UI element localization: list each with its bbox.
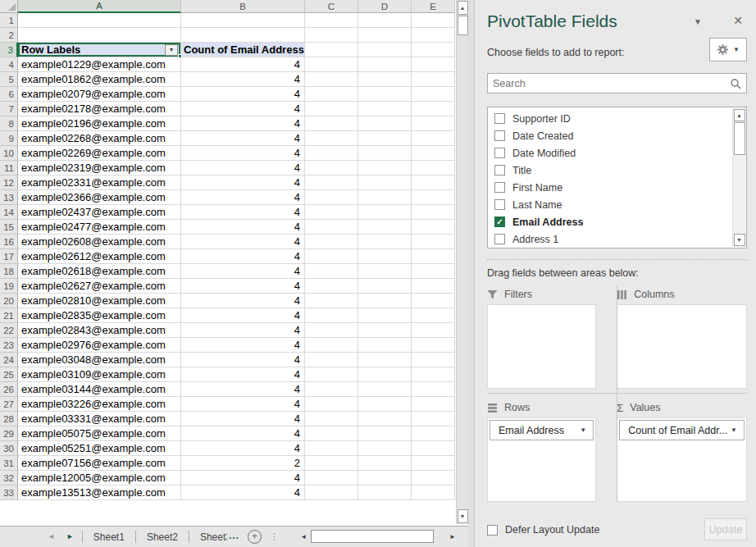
- grid-cell[interactable]: [305, 338, 358, 353]
- row-header-11[interactable]: 11: [0, 161, 18, 175]
- field-list-scrollbar[interactable]: ▲ ▼: [732, 108, 745, 247]
- sheet-tab-sheet1[interactable]: Sheet1: [83, 526, 135, 547]
- grid-cell[interactable]: [412, 471, 455, 485]
- pane-options-chevron-icon[interactable]: ▼: [694, 17, 702, 26]
- grid-cell[interactable]: [412, 87, 455, 102]
- select-all-button[interactable]: [0, 0, 18, 13]
- pivot-count-cell[interactable]: 4: [181, 279, 305, 294]
- grid-cell[interactable]: [412, 367, 455, 382]
- pivot-row-label-cell[interactable]: example01862@example.com: [18, 72, 181, 87]
- column-header-b[interactable]: B: [181, 0, 305, 13]
- grid-cell[interactable]: [412, 397, 455, 412]
- grid-cell[interactable]: [358, 264, 412, 279]
- grid-cell[interactable]: [305, 471, 358, 485]
- pivot-count-cell[interactable]: 4: [181, 264, 305, 279]
- grid-cell[interactable]: [412, 441, 455, 456]
- grid-cell[interactable]: [358, 397, 412, 412]
- grid-cell[interactable]: [412, 205, 455, 220]
- grid-cell[interactable]: [358, 235, 412, 249]
- grid-cell[interactable]: [358, 426, 412, 441]
- pivot-row-label-cell[interactable]: example02618@example.com: [18, 264, 181, 279]
- column-header-c[interactable]: C: [305, 0, 358, 13]
- grid-cell[interactable]: [18, 13, 181, 28]
- grid-cell[interactable]: [305, 146, 358, 161]
- field-list-scroll-thumb[interactable]: [734, 122, 745, 155]
- pivot-count-cell[interactable]: 4: [181, 131, 305, 146]
- tab-overflow-indicator[interactable]: ...: [229, 530, 239, 541]
- pivot-row-label-cell[interactable]: example05251@example.com: [18, 441, 181, 456]
- pivot-count-cell[interactable]: 4: [181, 367, 305, 382]
- column-header-a[interactable]: A: [18, 0, 181, 13]
- grid-cell[interactable]: [358, 249, 412, 264]
- grid-cell[interactable]: [305, 161, 358, 175]
- field-item-supporter-id[interactable]: Supporter ID: [488, 110, 746, 127]
- grid-cell[interactable]: [305, 456, 358, 471]
- field-item-first-name[interactable]: First Name: [488, 179, 746, 196]
- field-item-last-name[interactable]: Last Name: [488, 196, 746, 213]
- pivot-row-label-cell[interactable]: example05075@example.com: [18, 426, 181, 441]
- scroll-left-button[interactable]: ◄: [298, 533, 309, 540]
- grid-cell[interactable]: [412, 116, 455, 131]
- grid-cell[interactable]: [358, 190, 412, 205]
- field-list-scroll-up-button[interactable]: ▲: [734, 109, 745, 121]
- pivot-count-cell[interactable]: 4: [181, 353, 305, 367]
- scroll-right-button[interactable]: ►: [447, 533, 458, 540]
- field-checkbox-last-name[interactable]: [494, 199, 505, 210]
- row-header-32[interactable]: 32: [0, 471, 18, 485]
- row-header-14[interactable]: 14: [0, 205, 18, 220]
- field-checkbox-first-name[interactable]: [494, 182, 505, 193]
- pivot-count-cell[interactable]: 4: [181, 294, 305, 308]
- grid-cell[interactable]: [305, 13, 358, 28]
- grid-cell[interactable]: [358, 441, 412, 456]
- defer-layout-checkbox[interactable]: [487, 525, 498, 536]
- row-header-7[interactable]: 7: [0, 102, 18, 116]
- grid-cell[interactable]: [412, 485, 455, 500]
- row-header-18[interactable]: 18: [0, 264, 18, 279]
- grid-cell[interactable]: [305, 294, 358, 308]
- field-checkbox-supporter-id[interactable]: [494, 113, 505, 124]
- grid-cell[interactable]: [358, 367, 412, 382]
- field-item-address-1[interactable]: Address 1: [488, 230, 746, 248]
- vertical-scrollbar[interactable]: ▲ ▼: [456, 0, 468, 524]
- pill-chevron-down-icon[interactable]: ▼: [580, 426, 586, 434]
- row-header-27[interactable]: 27: [0, 397, 18, 412]
- pivot-count-cell[interactable]: 4: [181, 485, 305, 500]
- pivot-row-label-cell[interactable]: example01229@example.com: [18, 57, 181, 72]
- pivot-count-cell[interactable]: 4: [181, 87, 305, 102]
- grid-cell[interactable]: [358, 456, 412, 471]
- grid-cell[interactable]: [358, 338, 412, 353]
- grid-cell[interactable]: [181, 13, 305, 28]
- row-header-2[interactable]: 2: [0, 28, 18, 43]
- pivot-row-label-cell[interactable]: example02269@example.com: [18, 146, 181, 161]
- grid-cell[interactable]: [305, 28, 358, 43]
- grid-cell[interactable]: [305, 249, 358, 264]
- next-sheet-icon[interactable]: ►: [66, 533, 74, 540]
- pivot-count-cell[interactable]: 4: [181, 338, 305, 353]
- pivot-row-label-cell[interactable]: example02835@example.com: [18, 308, 181, 323]
- pivot-count-cell[interactable]: 4: [181, 382, 305, 397]
- new-sheet-button[interactable]: +: [248, 530, 262, 544]
- row-header-24[interactable]: 24: [0, 353, 18, 367]
- grid-cell[interactable]: [412, 338, 455, 353]
- grid-cell[interactable]: [305, 367, 358, 382]
- grid-cell[interactable]: [358, 412, 412, 426]
- field-item-date-modified[interactable]: Date Modified: [488, 144, 746, 162]
- column-header-d[interactable]: D: [358, 0, 412, 13]
- row-header-17[interactable]: 17: [0, 249, 18, 264]
- sheet-tab-sheet3[interactable]: Sheet3: [189, 526, 227, 547]
- row-header-29[interactable]: 29: [0, 426, 18, 441]
- grid-cell[interactable]: [358, 57, 412, 72]
- grid-cell[interactable]: [305, 426, 358, 441]
- grid-cell[interactable]: [305, 57, 358, 72]
- pill-chevron-down-icon[interactable]: ▼: [731, 426, 737, 434]
- tools-button[interactable]: ▼: [709, 38, 747, 62]
- pivot-count-cell[interactable]: 2: [181, 456, 305, 471]
- pivot-row-label-cell[interactable]: example02366@example.com: [18, 190, 181, 205]
- pivot-row-labels-cell[interactable]: Row Labels▼: [18, 43, 181, 57]
- field-item-title[interactable]: Title: [488, 162, 746, 179]
- pivot-count-cell[interactable]: 4: [181, 308, 305, 323]
- search-input[interactable]: [488, 78, 730, 89]
- grid-cell[interactable]: [412, 28, 455, 43]
- grid-cell[interactable]: [412, 294, 455, 308]
- grid-cell[interactable]: [412, 57, 455, 72]
